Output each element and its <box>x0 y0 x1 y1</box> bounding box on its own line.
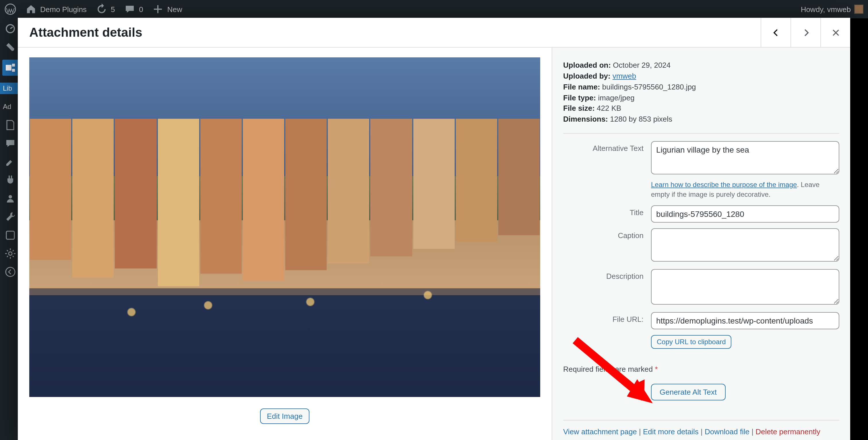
plugins-icon[interactable] <box>5 174 16 186</box>
title-label: Title <box>563 205 644 216</box>
generic-icon[interactable] <box>5 230 16 241</box>
chevron-left-icon <box>771 27 781 38</box>
view-attachment-link[interactable]: View attachment page <box>563 428 637 436</box>
file-type-value: image/jpeg <box>598 93 634 102</box>
edit-image-button[interactable]: Edit Image <box>260 408 309 424</box>
attachment-meta: Uploaded on: October 29, 2024 Uploaded b… <box>563 60 839 134</box>
caption-input[interactable] <box>651 228 839 261</box>
dimensions-label: Dimensions: <box>563 115 608 123</box>
alt-text-label: Alternative Text <box>563 141 644 153</box>
tools-icon[interactable] <box>5 211 16 223</box>
file-size-value: 422 KB <box>597 104 621 113</box>
uploaded-on-value: October 29, 2024 <box>613 61 671 69</box>
description-input[interactable] <box>651 269 839 304</box>
file-url-label: File URL: <box>563 312 644 323</box>
generate-alt-text-button[interactable]: Generate Alt Text <box>651 383 725 400</box>
chevron-right-icon <box>801 27 811 38</box>
uploaded-by-link[interactable]: vmweb <box>613 72 636 80</box>
file-name-label: File name: <box>563 82 600 91</box>
settings-icon[interactable] <box>5 248 16 259</box>
attachment-details-modal: Attachment details <box>18 18 850 440</box>
comment-icon <box>124 3 135 15</box>
updates-link[interactable]: 5 <box>96 3 115 15</box>
pages-icon[interactable] <box>5 119 16 131</box>
posts-icon[interactable] <box>5 41 16 53</box>
file-size-label: File size: <box>563 104 595 113</box>
delete-permanently-link[interactable]: Delete permanently <box>755 428 820 436</box>
plus-icon <box>152 3 164 15</box>
file-name-value: buildings-5795560_1280.jpg <box>602 82 696 91</box>
details-panel: Uploaded on: October 29, 2024 Uploaded b… <box>552 47 850 440</box>
update-icon <box>96 3 107 15</box>
required-note: Required fields are marked * <box>563 365 839 373</box>
copy-url-button[interactable]: Copy URL to clipboard <box>651 335 732 348</box>
appearance-icon[interactable] <box>5 156 16 168</box>
svg-point-2 <box>9 195 12 199</box>
attachment-image <box>29 57 540 397</box>
file-url-input[interactable] <box>651 312 839 329</box>
modal-title: Attachment details <box>29 25 143 40</box>
edit-more-link[interactable]: Edit more details <box>643 428 699 436</box>
alt-help-link[interactable]: Learn how to describe the purpose of the… <box>651 181 797 189</box>
prev-button[interactable] <box>761 18 790 47</box>
uploaded-by-label: Uploaded by: <box>563 72 611 80</box>
users-icon[interactable] <box>5 193 16 204</box>
svg-point-4 <box>9 252 12 255</box>
download-file-link[interactable]: Download file <box>705 428 749 436</box>
wp-logo[interactable] <box>5 3 16 15</box>
site-name: Demo Plugins <box>40 5 87 13</box>
updates-count: 5 <box>111 5 115 13</box>
close-icon <box>831 28 840 37</box>
comments-link[interactable]: 0 <box>124 3 143 15</box>
dimensions-value: 1280 by 853 pixels <box>610 115 672 123</box>
home-icon <box>25 3 37 15</box>
uploaded-on-label: Uploaded on: <box>563 61 611 69</box>
new-link[interactable]: New <box>152 3 182 15</box>
svg-point-5 <box>6 267 15 276</box>
alt-text-input[interactable]: Ligurian village by the sea <box>651 141 839 174</box>
title-input[interactable] <box>651 205 839 222</box>
dashboard-icon[interactable] <box>5 23 16 34</box>
collapse-icon[interactable] <box>5 266 16 278</box>
file-type-label: File type: <box>563 93 596 102</box>
howdy-text: Howdy, vmweb <box>801 5 851 13</box>
description-label: Description <box>563 269 644 280</box>
new-label: New <box>167 5 182 13</box>
admin-bar: Demo Plugins 5 0 New Howdy, vmweb <box>0 0 868 19</box>
avatar <box>854 5 863 14</box>
comments-count: 0 <box>139 5 143 13</box>
required-asterisk: * <box>655 365 658 373</box>
media-preview-panel: Edit Image <box>18 47 552 440</box>
account-link[interactable]: Howdy, vmweb <box>801 5 863 14</box>
svg-rect-3 <box>6 231 14 239</box>
site-link[interactable]: Demo Plugins <box>25 3 87 15</box>
close-button[interactable] <box>820 18 850 47</box>
comments-menu-icon[interactable] <box>5 138 16 149</box>
media-icon[interactable] <box>2 60 19 76</box>
attachment-actions: View attachment page | Edit more details… <box>563 420 839 436</box>
next-button[interactable] <box>790 18 820 47</box>
caption-label: Caption <box>563 228 644 239</box>
wordpress-icon <box>5 3 16 15</box>
